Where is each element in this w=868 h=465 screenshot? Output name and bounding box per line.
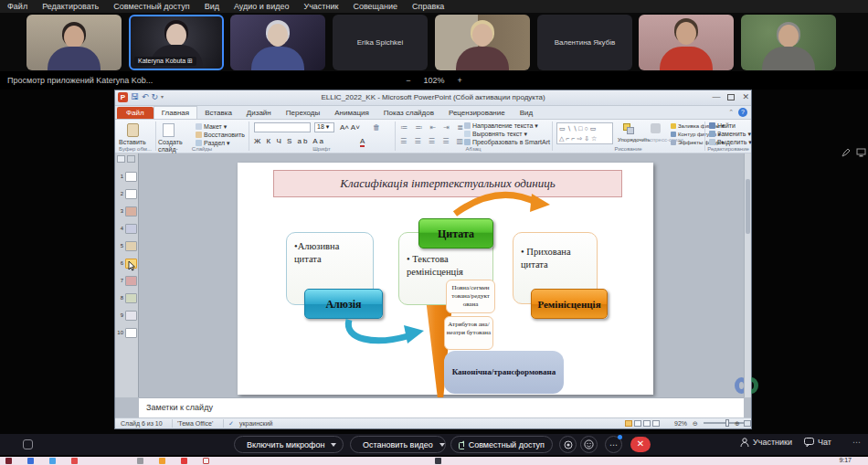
slide-thumb-2[interactable]: 2 [117, 188, 137, 202]
tab-insert[interactable]: Вставка [197, 107, 239, 119]
more-options-button[interactable]: ⋯ [605, 436, 622, 453]
slide-editing-area[interactable]: Класифікація інтертекстуальних одиниць •… [139, 153, 744, 397]
layout-button[interactable]: Макет ▾ [196, 123, 227, 131]
replace-button[interactable]: Заменить ▾ [709, 131, 751, 138]
tab-home[interactable]: Главная [153, 106, 197, 119]
quote-button-shape[interactable]: Цитата [418, 218, 493, 248]
slide-thumb-7[interactable]: 7 [117, 275, 137, 289]
menu-file[interactable]: Файл [7, 2, 27, 11]
slide-thumb-3[interactable]: 3 [117, 206, 137, 219]
unmute-button[interactable]: Включить микрофон [234, 436, 344, 453]
menu-edit[interactable]: Редактировать [42, 2, 99, 11]
menu-audio-video[interactable]: Аудио и видео [234, 2, 290, 11]
status-language[interactable]: украинский [239, 420, 273, 427]
minimize-ribbon-icon[interactable]: ⌃ [728, 109, 734, 116]
attributed-box[interactable]: Атрибутов ана/неатри бутована [444, 316, 493, 350]
tab-review[interactable]: Рецензирование [441, 107, 513, 119]
minimize-button[interactable]: — [712, 92, 720, 101]
powerpoint-titlebar[interactable]: P 🖫 ↶ ↻ ▾ ELLIC_2022_KK - Microsoft Powe… [115, 90, 751, 106]
taskbar-powerpoint-icon[interactable] [435, 458, 441, 464]
zoom-in-button[interactable]: + [458, 76, 462, 85]
spellcheck-icon[interactable]: ✓ [228, 420, 234, 428]
video-tile[interactable] [741, 15, 836, 70]
tab-view[interactable]: Вид [513, 107, 540, 119]
video-tile[interactable] [435, 15, 530, 70]
grow-shrink-font-buttons[interactable]: A˄ A˅ [340, 123, 360, 132]
mic-options-chevron[interactable] [331, 443, 336, 447]
zoom-in-icon[interactable]: ⊕ [735, 420, 740, 428]
menu-help[interactable]: Справка [412, 2, 444, 11]
taskbar-app-icon[interactable] [27, 458, 34, 464]
annotate-pen-icon[interactable] [842, 148, 851, 157]
slide-scrollbar[interactable] [744, 153, 751, 397]
font-style-buttons[interactable]: Ж К Ч S ab Aa [254, 137, 325, 145]
full-segmented-box[interactable]: Повна/сегмен тована/редукт ована [446, 280, 495, 313]
share-screen-button[interactable]: Совместный доступ [450, 436, 553, 453]
shapes-gallery[interactable]: ▭ ∖ ∖ □ ○ ▭ △ ⌐ ⌐ ⇨ ⇩ ☆ [556, 122, 613, 144]
new-slide-icon[interactable] [163, 123, 175, 137]
reactions-button[interactable] [580, 436, 598, 453]
participants-button[interactable]: Участники [740, 438, 792, 447]
allusion-button-shape[interactable]: Алюзія [304, 289, 383, 319]
slide-thumbnail-panel[interactable]: 1 2 3 4 5 6 7 8 9 10 [115, 153, 139, 397]
font-size-combo[interactable]: 18 ▾ [314, 122, 334, 132]
slide-thumb-4[interactable]: 4 [117, 223, 137, 237]
chat-button[interactable]: Чат [804, 438, 831, 447]
slide-thumb-9[interactable]: 9 [117, 310, 137, 323]
restore-button[interactable] [727, 94, 735, 100]
taskbar-app-icon[interactable] [137, 458, 143, 464]
reminiscence-button-shape[interactable]: Ремінісценція [531, 289, 608, 319]
notes-panel[interactable]: Заметки к слайду [139, 397, 744, 417]
meeting-info-icon[interactable] [23, 439, 33, 449]
orange-curved-arrow[interactable] [448, 183, 556, 221]
close-button[interactable]: ✕ [742, 92, 749, 101]
normal-view-icon[interactable] [625, 420, 632, 427]
paste-button[interactable]: Вставить [119, 139, 146, 145]
video-tile[interactable] [26, 15, 122, 70]
teal-curved-arrow[interactable] [338, 316, 428, 349]
fit-to-window-icon[interactable] [744, 420, 753, 427]
paste-icon[interactable] [127, 123, 139, 137]
windows-taskbar[interactable]: 9:17 [0, 457, 868, 465]
tab-slideshow[interactable]: Показ слайдов [376, 107, 441, 119]
slide-canvas[interactable]: Класифікація інтертекстуальних одиниць •… [238, 163, 653, 395]
video-options-chevron[interactable] [439, 443, 445, 447]
taskbar-app-icon[interactable] [203, 458, 209, 464]
smartart-button[interactable]: Преобразовать в SmartArt [464, 139, 550, 145]
video-tile-erika[interactable]: Erika Spichkei [333, 15, 428, 70]
zoom-out-button[interactable]: − [406, 76, 410, 85]
video-tile[interactable] [639, 15, 734, 70]
slide-thumb-6-selected[interactable]: 6 [117, 258, 137, 271]
menu-view[interactable]: Вид [205, 2, 219, 11]
bullet-list-icons[interactable]: ≔ ≕ ⇤ ⇥ ≣ [400, 123, 466, 132]
taskbar-app-icon[interactable] [181, 458, 187, 464]
video-tile-valentyna[interactable]: Валентина Якубів [537, 15, 632, 70]
taskbar-app-icon[interactable] [49, 458, 56, 464]
reading-view-icon[interactable] [643, 420, 651, 427]
video-tile-kateryna[interactable]: Kateryna Kobuta ⊞ [129, 15, 224, 70]
select-button[interactable]: Выделить ▾ [709, 139, 752, 146]
align-text-button[interactable]: Выровнять текст ▾ [464, 131, 527, 138]
tab-transitions[interactable]: Переходы [279, 107, 328, 119]
stop-video-button[interactable]: Остановить видео [350, 436, 446, 453]
text-direction-button[interactable]: Направление текста ▾ [464, 122, 538, 130]
zoom-out-icon[interactable]: ⊖ [693, 420, 698, 428]
menu-share[interactable]: Совместный доступ [113, 2, 189, 11]
slides-tab-icon[interactable] [127, 155, 135, 163]
tab-animation[interactable]: Анимация [327, 107, 376, 119]
remote-screen-icon[interactable] [856, 148, 866, 157]
slide-thumb-5[interactable]: 5 [117, 240, 137, 254]
leave-meeting-button[interactable]: ✕ [630, 437, 651, 452]
tab-design[interactable]: Дизайн [239, 107, 279, 119]
slide-thumb-1[interactable]: 1 [117, 171, 137, 185]
sorter-view-icon[interactable] [634, 420, 641, 427]
find-button[interactable]: Найти [709, 122, 736, 129]
taskbar-app-icon[interactable] [71, 458, 78, 464]
taskbar-app-icon[interactable] [159, 458, 165, 464]
font-name-combo[interactable] [254, 122, 311, 132]
clear-format-button[interactable]: 🗑 [373, 123, 380, 132]
slideshow-view-icon[interactable] [652, 420, 660, 427]
slide-thumb-10[interactable]: 10 [117, 327, 137, 341]
taskbar-app-icon[interactable] [5, 458, 12, 464]
align-icons[interactable]: ☰ ☰ ☰ ☰ ▥ [400, 137, 466, 145]
